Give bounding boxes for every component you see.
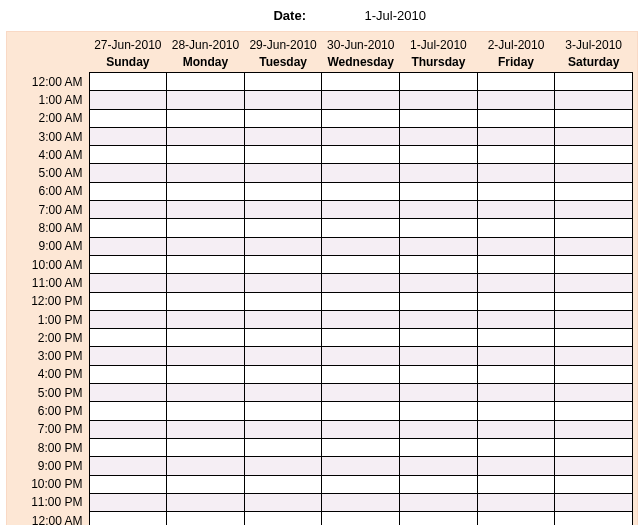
schedule-cell[interactable] [477,109,555,127]
schedule-cell[interactable] [400,438,478,456]
schedule-cell[interactable] [244,182,322,200]
schedule-cell[interactable] [89,146,167,164]
schedule-cell[interactable] [400,493,478,511]
schedule-cell[interactable] [477,493,555,511]
schedule-cell[interactable] [477,420,555,438]
schedule-cell[interactable] [244,73,322,91]
schedule-cell[interactable] [89,420,167,438]
schedule-cell[interactable] [477,201,555,219]
schedule-cell[interactable] [555,512,633,525]
schedule-cell[interactable] [322,438,400,456]
schedule-cell[interactable] [322,219,400,237]
schedule-cell[interactable] [244,365,322,383]
schedule-cell[interactable] [89,384,167,402]
schedule-cell[interactable] [322,164,400,182]
schedule-cell[interactable] [89,73,167,91]
schedule-cell[interactable] [167,512,245,525]
schedule-cell[interactable] [89,274,167,292]
schedule-cell[interactable] [322,182,400,200]
schedule-cell[interactable] [89,402,167,420]
schedule-cell[interactable] [89,475,167,493]
schedule-cell[interactable] [477,310,555,328]
schedule-cell[interactable] [322,384,400,402]
schedule-cell[interactable] [322,457,400,475]
schedule-cell[interactable] [555,402,633,420]
schedule-cell[interactable] [477,146,555,164]
schedule-cell[interactable] [89,201,167,219]
schedule-cell[interactable] [167,475,245,493]
schedule-cell[interactable] [244,164,322,182]
schedule-cell[interactable] [167,310,245,328]
schedule-cell[interactable] [244,310,322,328]
schedule-cell[interactable] [477,438,555,456]
schedule-cell[interactable] [167,237,245,255]
schedule-cell[interactable] [167,127,245,145]
schedule-cell[interactable] [555,457,633,475]
schedule-cell[interactable] [322,420,400,438]
schedule-cell[interactable] [89,310,167,328]
schedule-cell[interactable] [89,365,167,383]
schedule-cell[interactable] [555,329,633,347]
schedule-cell[interactable] [400,402,478,420]
schedule-cell[interactable] [244,438,322,456]
schedule-cell[interactable] [244,347,322,365]
schedule-cell[interactable] [322,493,400,511]
schedule-cell[interactable] [555,201,633,219]
schedule-cell[interactable] [400,310,478,328]
schedule-cell[interactable] [167,201,245,219]
schedule-cell[interactable] [89,493,167,511]
schedule-cell[interactable] [167,109,245,127]
schedule-cell[interactable] [167,365,245,383]
schedule-cell[interactable] [555,164,633,182]
schedule-cell[interactable] [167,182,245,200]
schedule-cell[interactable] [400,365,478,383]
schedule-cell[interactable] [322,292,400,310]
schedule-cell[interactable] [244,274,322,292]
schedule-cell[interactable] [244,219,322,237]
schedule-cell[interactable] [89,347,167,365]
schedule-cell[interactable] [89,292,167,310]
schedule-cell[interactable] [400,73,478,91]
schedule-cell[interactable] [89,109,167,127]
schedule-cell[interactable] [322,512,400,525]
schedule-cell[interactable] [322,73,400,91]
schedule-cell[interactable] [167,219,245,237]
schedule-cell[interactable] [322,274,400,292]
schedule-cell[interactable] [400,274,478,292]
schedule-cell[interactable] [89,457,167,475]
schedule-cell[interactable] [555,310,633,328]
schedule-cell[interactable] [167,91,245,109]
schedule-cell[interactable] [322,127,400,145]
schedule-cell[interactable] [89,438,167,456]
schedule-cell[interactable] [477,457,555,475]
schedule-cell[interactable] [477,127,555,145]
schedule-cell[interactable] [244,384,322,402]
schedule-cell[interactable] [244,329,322,347]
schedule-cell[interactable] [167,73,245,91]
schedule-cell[interactable] [89,219,167,237]
schedule-cell[interactable] [477,274,555,292]
schedule-cell[interactable] [244,109,322,127]
schedule-cell[interactable] [555,384,633,402]
schedule-cell[interactable] [400,146,478,164]
schedule-cell[interactable] [167,420,245,438]
schedule-cell[interactable] [555,493,633,511]
schedule-cell[interactable] [477,255,555,273]
schedule-cell[interactable] [555,219,633,237]
schedule-cell[interactable] [167,164,245,182]
schedule-cell[interactable] [322,475,400,493]
schedule-cell[interactable] [477,182,555,200]
schedule-cell[interactable] [167,329,245,347]
schedule-cell[interactable] [555,237,633,255]
schedule-cell[interactable] [477,365,555,383]
schedule-cell[interactable] [89,237,167,255]
schedule-cell[interactable] [244,420,322,438]
schedule-cell[interactable] [167,493,245,511]
schedule-cell[interactable] [244,292,322,310]
schedule-cell[interactable] [322,109,400,127]
schedule-cell[interactable] [555,146,633,164]
schedule-cell[interactable] [167,384,245,402]
schedule-cell[interactable] [322,329,400,347]
schedule-cell[interactable] [244,457,322,475]
schedule-cell[interactable] [322,402,400,420]
